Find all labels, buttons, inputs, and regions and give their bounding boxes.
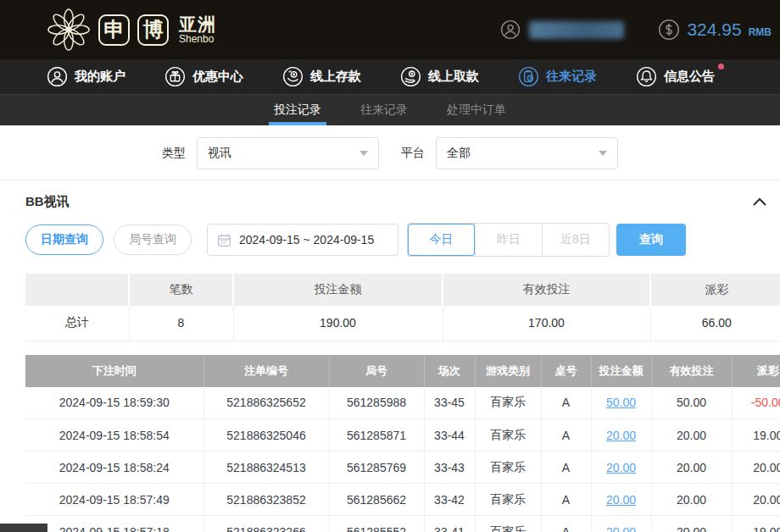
nav-promotions[interactable]: 优惠中心 — [164, 66, 243, 87]
section-title: BB视讯 — [25, 192, 70, 211]
nav-label: 我的账户 — [75, 69, 125, 85]
balance-display[interactable]: 324.95 RMB — [658, 19, 772, 41]
main-navigation: 我的账户 优惠中心 线上存款 线上 — [0, 59, 780, 95]
cell-payout: 19.00 — [732, 419, 780, 452]
logo-char-shen: 申 — [98, 14, 130, 46]
bet-amount-link[interactable]: 20.00 — [606, 493, 636, 507]
cell-payout: 20.00 — [732, 484, 780, 516]
cell-table: A — [541, 419, 591, 452]
nav-label: 线上取款 — [428, 69, 479, 85]
nav-withdraw[interactable]: 线上取款 — [400, 66, 479, 87]
cell-session: 33-41 — [424, 516, 475, 532]
search-button[interactable]: 查询 — [616, 224, 686, 256]
cell-session: 33-44 — [424, 419, 475, 452]
date-range-value: 2024-09-15 ~ 2024-09-15 — [239, 233, 374, 247]
brand-logo[interactable]: 申 博 亚洲 Shenbo — [47, 8, 216, 52]
total-bet-amount: 190.00 — [233, 306, 443, 341]
account-chip[interactable] — [500, 19, 624, 40]
notification-dot — [718, 64, 724, 69]
cell-time: 2024-09-15 18:58:24 — [25, 452, 203, 484]
flower-logo-icon — [47, 8, 91, 52]
cell-order-no: 521886323852 — [203, 484, 329, 516]
last-8-days-button[interactable]: 近8日 — [542, 224, 609, 256]
cell-round-no: 561285769 — [329, 452, 424, 484]
today-button[interactable]: 今日 — [408, 224, 475, 256]
cell-round-no: 561285662 — [329, 484, 424, 516]
cell-time: 2024-09-15 18:57:18 — [25, 516, 203, 532]
cell-time: 2024-09-15 18:59:30 — [25, 387, 203, 419]
cell-table: A — [541, 387, 591, 419]
platform-select[interactable]: 全部 — [436, 137, 618, 169]
deposit-icon — [282, 66, 304, 87]
chevron-up-icon[interactable] — [751, 196, 768, 208]
col-payout: 派彩 — [732, 355, 780, 387]
cell-bet: 20.00 — [591, 484, 651, 516]
cell-valid: 50.00 — [651, 387, 732, 419]
type-filter-label: 类型 — [162, 146, 186, 161]
bet-amount-link[interactable]: 20.00 — [606, 429, 636, 442]
nav-my-account[interactable]: 我的账户 — [47, 66, 125, 87]
cell-game: 百家乐 — [475, 484, 541, 516]
query-toolbar: 日期查询 局号查询 2024-09-15 ~ 2024-09-15 今日 昨日 … — [25, 223, 780, 257]
date-range-input[interactable]: 2024-09-15 ~ 2024-09-15 — [207, 224, 398, 256]
cell-table: A — [541, 452, 591, 484]
records-icon — [518, 66, 539, 87]
cell-round-no: 561285988 — [329, 387, 424, 419]
nav-transaction-records[interactable]: 往来记录 — [518, 66, 597, 87]
tab-bet-records[interactable]: 投注记录 — [272, 95, 323, 125]
cell-valid: 20.00 — [651, 452, 732, 484]
col-order-no: 注单编号 — [203, 355, 329, 387]
tab-pending-orders[interactable]: 处理中订单 — [445, 95, 508, 125]
round-query-button[interactable]: 局号查询 — [114, 224, 192, 255]
logo-char-bo: 博 — [137, 14, 169, 46]
username-redacted — [529, 21, 624, 39]
cell-round-no: 561285871 — [329, 419, 424, 452]
cell-valid: 20.00 — [651, 419, 732, 452]
gift-icon — [164, 66, 186, 87]
total-valid-bet: 170.00 — [443, 306, 650, 341]
summary-header-count: 笔数 — [129, 274, 233, 306]
chevron-down-icon — [599, 151, 607, 156]
bet-amount-link[interactable]: 20.00 — [606, 525, 636, 532]
col-table-no: 桌号 — [541, 355, 591, 387]
cell-valid: 20.00 — [651, 516, 732, 532]
horizontal-scrollbar-thumb[interactable] — [0, 524, 47, 532]
yesterday-button[interactable]: 昨日 — [475, 224, 542, 256]
cell-session: 33-42 — [424, 484, 475, 516]
tab-transaction-records[interactable]: 往来记录 — [359, 95, 410, 125]
withdraw-icon — [400, 66, 421, 87]
total-payout: 66.00 — [650, 306, 780, 341]
cell-order-no: 521886324513 — [203, 452, 329, 484]
dollar-coin-icon — [658, 19, 680, 41]
table-row: 2024-09-15 18:58:24 521886324513 5612857… — [25, 452, 780, 484]
cell-valid: 20.00 — [651, 484, 732, 516]
user-icon — [47, 66, 68, 87]
balance-currency: RMB — [749, 26, 772, 38]
balance-amount: 324.95 — [687, 19, 741, 40]
record-tabs: 投注记录 往来记录 处理中订单 — [0, 95, 780, 125]
chevron-down-icon — [359, 151, 368, 156]
cell-session: 33-45 — [424, 387, 475, 419]
nav-deposit[interactable]: 线上存款 — [282, 66, 361, 87]
table-row: 2024-09-15 18:58:54 521886325046 5612858… — [25, 419, 780, 452]
logo-region-text: 亚洲 — [179, 15, 216, 34]
bet-amount-link[interactable]: 20.00 — [606, 461, 636, 474]
bet-amount-link[interactable]: 50.00 — [606, 396, 636, 409]
cell-order-no: 521886325046 — [203, 419, 329, 452]
top-header: 申 博 亚洲 Shenbo 324.95 RMB — [0, 0, 780, 59]
cell-bet: 20.00 — [591, 452, 651, 484]
cell-bet: 20.00 — [591, 419, 651, 452]
date-query-button[interactable]: 日期查询 — [25, 224, 103, 255]
total-label: 总计 — [25, 306, 129, 341]
cell-order-no: 521886325652 — [203, 387, 329, 419]
type-select[interactable]: 视讯 — [197, 137, 379, 169]
cell-game: 百家乐 — [475, 516, 541, 532]
nav-announcements[interactable]: 信息公告 — [636, 66, 715, 87]
cell-table: A — [541, 484, 591, 516]
col-game-type: 游戏类别 — [475, 355, 541, 387]
type-select-value: 视讯 — [208, 146, 231, 161]
calendar-icon — [217, 233, 231, 247]
cell-time: 2024-09-15 18:57:49 — [25, 484, 203, 516]
logo-wordmark: 亚洲 Shenbo — [179, 15, 216, 45]
summary-header-bet-amount: 投注金额 — [233, 274, 443, 306]
